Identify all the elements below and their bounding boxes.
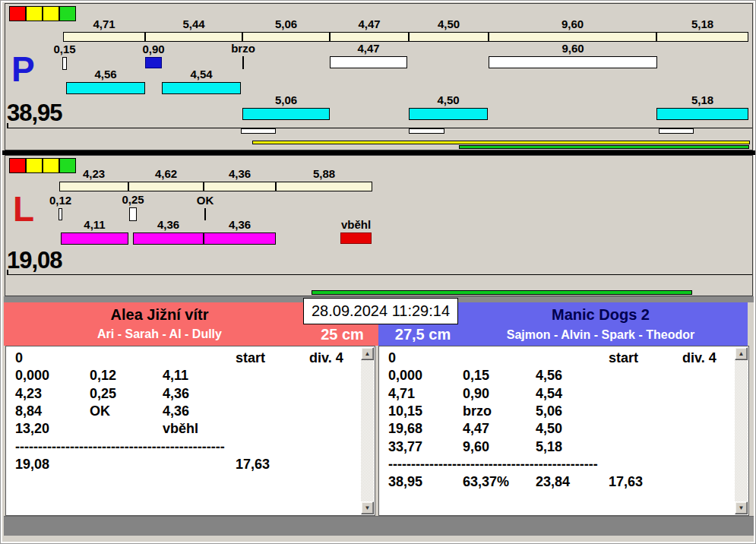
team-name-left: Alea Jižní vítr: [11, 306, 308, 324]
log-cell: 0,15: [463, 368, 489, 383]
log-cell: OK: [90, 403, 110, 419]
log-divider-dashes: ----------------------------------------…: [15, 439, 225, 454]
traffic-light-cell: [9, 158, 26, 173]
log-cell: 38,95: [388, 474, 422, 489]
scroll-down-icon: ▼: [365, 505, 371, 511]
log-cell: 63,37%: [463, 474, 509, 489]
scroll-up-button[interactable]: ▲: [361, 347, 374, 360]
scroll-down-button[interactable]: ▼: [361, 501, 374, 514]
jump-height-left: 25 cm: [306, 326, 378, 343]
log-cell: start: [609, 350, 638, 365]
team-members-right: Sajmon - Alvin - Spark - Theodor: [458, 328, 743, 342]
team-name-right: Manic Dogs 2: [458, 306, 743, 324]
log-divider-dashes: ----------------------------------------…: [388, 457, 598, 472]
traffic-light-cell: [59, 158, 76, 173]
panel-divider: [2, 150, 755, 155]
scroll-up-button[interactable]: ▲: [735, 347, 748, 360]
scrollbar-track[interactable]: [735, 360, 748, 501]
scroll-up-icon: ▲: [365, 351, 371, 357]
jump-height-right: 27,5 cm: [383, 326, 463, 343]
vertical-scrollbar[interactable]: ▲ ▼: [735, 347, 748, 514]
log-cell: 5,18: [536, 439, 562, 454]
log-cell: 17,63: [236, 457, 270, 472]
log-cell: 9,60: [463, 439, 489, 454]
log-cell: 0,25: [90, 386, 116, 401]
lane-letter-l: L: [13, 192, 34, 226]
log-cell: 23,84: [536, 474, 570, 489]
log-cell: 4,11: [163, 368, 188, 383]
panel-l-frame: [5, 155, 753, 296]
log-cell: 0,000: [15, 368, 49, 383]
log-cell: 4,23: [15, 386, 42, 401]
vertical-scrollbar[interactable]: ▲ ▼: [361, 347, 374, 514]
scroll-up-icon: ▲: [739, 351, 745, 357]
log-cell: 4,47: [463, 421, 489, 436]
log-cell: 4,71: [388, 386, 415, 401]
traffic-light-cell: [26, 6, 43, 21]
lane-letter-p: P: [11, 52, 35, 86]
scrollbar-track[interactable]: [361, 360, 374, 501]
log-cell: brzo: [463, 403, 492, 419]
log-cell: 0: [15, 350, 23, 365]
traffic-light-l: [9, 158, 76, 173]
footer-bar: [4, 516, 754, 536]
log-cell: 4,56: [536, 368, 562, 383]
total-time-l: 19,08: [7, 247, 62, 274]
timing-app-window: 4,715,445,064,474,509,605,180,150,90brzo…: [0, 0, 756, 544]
log-cell: 4,50: [536, 421, 562, 436]
log-cell: 33,77: [388, 439, 422, 454]
scroll-down-icon: ▼: [739, 505, 745, 511]
log-cell: 0: [388, 350, 396, 365]
log-cell: 10,15: [388, 403, 422, 419]
traffic-light-cell: [59, 6, 76, 21]
timestamp-box: 28.09.2024 11:29:14: [303, 298, 458, 324]
log-cell: 0,000: [388, 368, 422, 383]
log-cell: start: [236, 350, 265, 365]
log-cell: 8,84: [15, 403, 42, 419]
log-cell: div. 4: [682, 350, 716, 365]
log-cell: 0,12: [90, 368, 116, 383]
log-cell: 19,08: [15, 457, 49, 472]
log-cell: 19,68: [388, 421, 422, 436]
run-log-left[interactable]: ▲ ▼ 0startdiv. 40,0000,124,114,230,254,3…: [5, 346, 375, 516]
scroll-down-button[interactable]: ▼: [735, 501, 748, 514]
team-members-left: Ari - Sarah - Al - Dully: [11, 327, 308, 341]
log-cell: 17,63: [609, 474, 643, 489]
log-cell: 4,54: [536, 386, 562, 401]
log-cell: 4,36: [163, 386, 189, 401]
run-log-right[interactable]: ▲ ▼ 0startdiv. 40,0000,154,564,710,904,5…: [378, 346, 749, 516]
traffic-light-p: [9, 6, 76, 21]
traffic-light-cell: [43, 158, 59, 173]
panel-p-frame: [5, 3, 753, 150]
log-cell: vběhl: [163, 421, 198, 436]
log-cell: div. 4: [309, 350, 343, 365]
traffic-light-cell: [43, 6, 59, 21]
traffic-light-cell: [9, 6, 26, 21]
log-cell: 0,90: [463, 386, 489, 401]
log-cell: 13,20: [15, 421, 49, 436]
total-time-p: 38,95: [7, 100, 62, 127]
traffic-light-cell: [26, 158, 43, 173]
log-cell: 4,36: [163, 403, 189, 419]
log-cell: 5,06: [536, 403, 562, 419]
